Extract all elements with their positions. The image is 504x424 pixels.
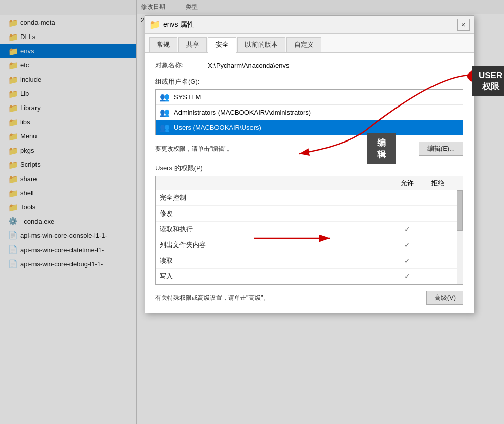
perm-row: 写入 ✓ bbox=[156, 269, 463, 284]
group-section-label: 组或用户名(G): bbox=[155, 77, 463, 86]
user-icon: 👥 bbox=[160, 108, 170, 117]
dialog-title-text: envs 属性 bbox=[163, 20, 194, 29]
properties-dialog: 📁 envs 属性 × 常规共享安全以前的版本自定义 对象名称: X:\Pych… bbox=[145, 15, 474, 313]
bottom-text: 有关特殊权限或高级设置，请单击"高级"。 bbox=[155, 294, 426, 302]
perm-allow-check: ✓ bbox=[392, 257, 422, 265]
perm-row: 读取 ✓ bbox=[156, 253, 463, 269]
group-name: Administrators (MACBOOKAIR\Administrator… bbox=[174, 109, 311, 116]
scroll-track[interactable] bbox=[457, 190, 463, 284]
bottom-section: 有关特殊权限或高级设置，请单击"高级"。 高级(V) bbox=[155, 291, 463, 305]
edit-section: 要更改权限，请单击"编辑"。 2 编辑 编辑(E)... bbox=[155, 142, 463, 156]
object-value: X:\Pycharm\Anaconda\envs bbox=[208, 62, 289, 69]
group-item[interactable]: 👥Administrators (MACBOOKAIR\Administrato… bbox=[156, 105, 463, 120]
perm-name: 列出文件夹内容 bbox=[160, 240, 392, 250]
dialog-close-button[interactable]: × bbox=[457, 19, 470, 31]
perm-name: 写入 bbox=[160, 272, 392, 281]
perm-section-label: Users 的权限(P) bbox=[155, 164, 463, 173]
group-list[interactable]: 👥SYSTEM👥Administrators (MACBOOKAIR\Admin… bbox=[155, 89, 463, 135]
tab-以前的版本[interactable]: 以前的版本 bbox=[237, 37, 285, 52]
perm-table: 允许 拒绝 完全控制 修改 读取和执行 ✓ 列出文件夹内容 ✓ 读取 ✓ 写入 … bbox=[155, 176, 463, 285]
edit-instruction-text: 要更改权限，请单击"编辑"。 bbox=[155, 145, 367, 153]
user-icon: 👥 bbox=[160, 123, 170, 132]
perm-row: 修改 bbox=[156, 206, 463, 222]
user-label-box: USER 权限 bbox=[472, 66, 504, 96]
dialog-titlebar: 📁 envs 属性 × bbox=[145, 16, 474, 34]
advanced-button[interactable]: 高级(V) bbox=[426, 291, 463, 305]
perm-rows-container: 完全控制 修改 读取和执行 ✓ 列出文件夹内容 ✓ 读取 ✓ 写入 ✓ bbox=[156, 190, 463, 284]
tab-自定义[interactable]: 自定义 bbox=[286, 37, 321, 52]
perm-name: 完全控制 bbox=[160, 193, 392, 202]
dialog-title: 📁 envs 属性 bbox=[149, 19, 194, 30]
perm-col-allow: 允许 bbox=[392, 179, 422, 188]
folder-icon: 📁 bbox=[149, 19, 160, 30]
object-name-row: 对象名称: X:\Pycharm\Anaconda\envs bbox=[155, 61, 463, 70]
user-label-line1: USER bbox=[479, 70, 502, 81]
perm-row: 列出文件夹内容 ✓ bbox=[156, 237, 463, 253]
perm-row: 完全控制 bbox=[156, 190, 463, 206]
group-name: Users (MACBOOKAIR\Users) bbox=[174, 124, 261, 131]
tab-常规[interactable]: 常规 bbox=[149, 37, 177, 52]
perm-allow-check: ✓ bbox=[392, 272, 422, 280]
group-item[interactable]: 👥SYSTEM bbox=[156, 90, 463, 105]
group-name: SYSTEM bbox=[174, 93, 201, 101]
perm-table-header: 允许 拒绝 bbox=[156, 176, 463, 190]
perm-table-scroll: 完全控制 修改 读取和执行 ✓ 列出文件夹内容 ✓ 读取 ✓ 写入 ✓ bbox=[156, 190, 463, 284]
object-label: 对象名称: bbox=[155, 61, 196, 70]
edit-button[interactable]: 编辑(E)... bbox=[419, 142, 463, 156]
tab-安全[interactable]: 安全 bbox=[208, 37, 236, 53]
perm-name: 读取和执行 bbox=[160, 225, 392, 234]
edit-callout: 编辑 bbox=[367, 133, 396, 164]
perm-row: 读取和执行 ✓ bbox=[156, 222, 463, 237]
perm-col-deny: 拒绝 bbox=[422, 179, 453, 188]
perm-allow-check: ✓ bbox=[392, 241, 422, 249]
perm-allow-check: ✓ bbox=[392, 225, 422, 233]
user-label-line2: 权限 bbox=[479, 81, 502, 92]
dialog-content: 对象名称: X:\Pycharm\Anaconda\envs 组或用户名(G):… bbox=[145, 53, 474, 313]
scroll-thumb[interactable] bbox=[457, 190, 463, 231]
tab-共享[interactable]: 共享 bbox=[178, 37, 207, 52]
user-icon: 👥 bbox=[160, 92, 170, 102]
group-item[interactable]: 👥Users (MACBOOKAIR\Users) bbox=[156, 120, 463, 135]
perm-name: 读取 bbox=[160, 256, 392, 265]
perm-name: 修改 bbox=[160, 209, 392, 218]
dialog-tabs: 常规共享安全以前的版本自定义 bbox=[145, 34, 474, 53]
